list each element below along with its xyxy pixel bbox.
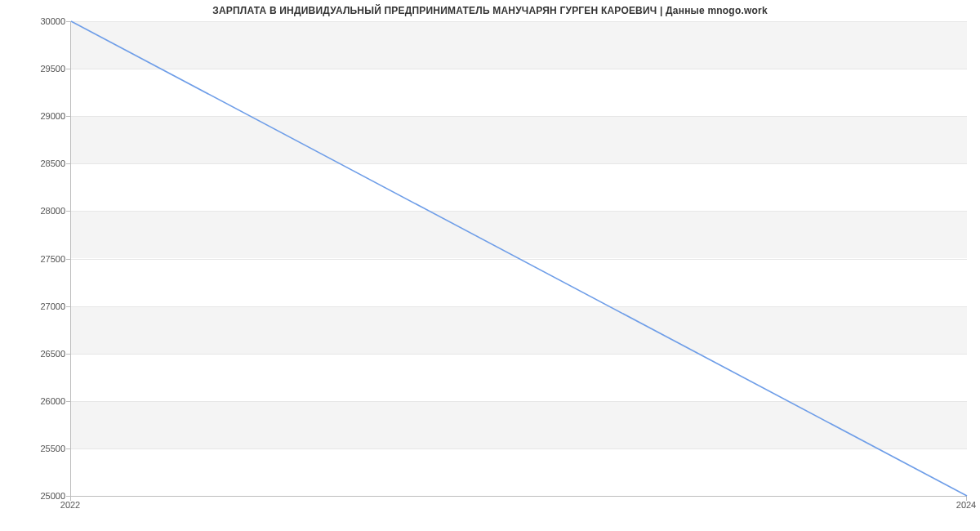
x-tick-mark — [70, 497, 71, 501]
y-tick-mark — [66, 116, 70, 117]
y-tick-mark — [66, 354, 70, 355]
y-tick-label: 26500 — [16, 349, 65, 359]
y-tick-label: 27500 — [16, 254, 65, 264]
series-line — [71, 21, 967, 496]
chart-title: ЗАРПЛАТА В ИНДИВИДУАЛЬНЫЙ ПРЕДПРИНИМАТЕЛ… — [0, 5, 980, 16]
y-tick-label: 30000 — [16, 16, 65, 26]
y-tick-mark — [66, 211, 70, 212]
y-tick-mark — [66, 306, 70, 307]
y-tick-label: 25000 — [16, 491, 65, 501]
y-tick-label: 29000 — [16, 111, 65, 121]
x-tick-label: 2022 — [60, 500, 80, 510]
y-tick-mark — [66, 401, 70, 402]
x-tick-mark — [966, 497, 967, 501]
y-tick-label: 27000 — [16, 301, 65, 311]
y-tick-label: 29500 — [16, 64, 65, 74]
x-tick-label: 2024 — [956, 500, 976, 510]
y-tick-mark — [66, 163, 70, 164]
line-layer — [71, 21, 967, 496]
chart-container: ЗАРПЛАТА В ИНДИВИДУАЛЬНЫЙ ПРЕДПРИНИМАТЕЛ… — [0, 0, 980, 531]
y-tick-mark — [66, 259, 70, 260]
y-tick-label: 26000 — [16, 396, 65, 406]
y-tick-mark — [66, 69, 70, 69]
y-tick-mark — [66, 448, 70, 449]
y-tick-label: 28500 — [16, 158, 65, 168]
y-tick-label: 28000 — [16, 206, 65, 216]
y-tick-mark — [66, 21, 70, 22]
plot-area — [70, 21, 967, 497]
y-tick-label: 25500 — [16, 444, 65, 453]
